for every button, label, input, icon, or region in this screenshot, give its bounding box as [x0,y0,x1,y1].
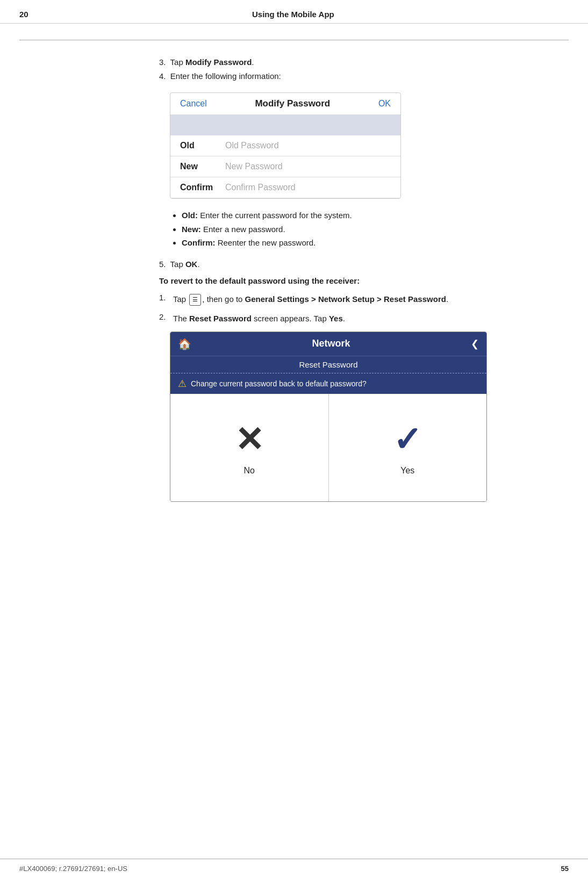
footer-page: 55 [561,865,569,873]
new-password-field[interactable]: New New Password [170,156,400,177]
old-password-field[interactable]: Old Old Password [170,135,400,156]
network-header: 🏠 Network ❮ [170,332,486,356]
dialog-banner [170,115,400,135]
dialog-title: Modify Password [255,98,330,109]
confirm-password-field[interactable]: Confirm Confirm Password [170,177,400,198]
bullet-old: Old: Enter the current password for the … [182,208,569,222]
step1-line: 1. Tap ☰, then go to General Settings > … [19,293,569,306]
step4-text: 4. Enter the following information: [159,69,569,83]
check-icon: ✓ [393,420,422,459]
top-rule [19,40,569,40]
reset-password-label: Reset Password [299,360,357,369]
bullet-confirm: Confirm: Reenter the new password. [182,236,569,250]
section-heading: To revert to the default password using … [19,276,569,285]
home-icon: 🏠 [178,337,191,350]
footer-ref: #LX400069; r.27691/27691; en-US [19,865,127,873]
new-placeholder: New Password [225,162,283,171]
page-number-left: 20 [19,10,28,19]
step1-num: 1. [159,293,170,302]
menu-icon: ☰ [189,294,201,306]
yes-section[interactable]: ✓ Yes [329,394,487,501]
main-content: 3. Tap Modify Password. 4. Enter the fol… [0,24,588,502]
page-header-title: Using the Mobile App [28,10,558,19]
reset-password-row: Reset Password [170,356,486,373]
instructions: 3. Tap Modify Password. 4. Enter the fol… [19,55,569,83]
new-label: New [180,162,223,171]
page-footer: #LX400069; r.27691/27691; en-US 55 [0,859,588,878]
network-title: Network [191,338,471,349]
no-section[interactable]: ✕ No [170,394,329,501]
old-label: Old [180,141,223,150]
confirm-placeholder: Confirm Password [225,183,296,192]
step1-text: Tap ☰, then go to General Settings > Net… [173,293,448,306]
step2-line: 2. The Reset Password screen appears. Ta… [19,312,569,325]
cancel-button[interactable]: Cancel [180,99,207,109]
step5-text: 5. Tap OK. [159,260,569,269]
yes-label: Yes [400,466,414,476]
confirm-label: Confirm [180,183,223,192]
x-icon: ✕ [235,420,264,459]
network-bottom: ✕ No ✓ Yes [170,394,486,501]
step2-text: The Reset Password screen appears. Tap Y… [173,312,345,325]
bullet-list: Old: Enter the current password for the … [19,208,569,250]
network-screen: 🏠 Network ❮ Reset Password ⚠ Change curr… [170,332,487,502]
warning-row: ⚠ Change current password back to defaul… [170,373,486,394]
warning-icon: ⚠ [178,378,187,390]
bullet-new: New: Enter a new password. [182,222,569,236]
page-header: 20 Using the Mobile App [0,0,588,24]
step5-line: 5. Tap OK. [19,260,569,269]
ok-button[interactable]: OK [378,99,391,109]
modify-password-dialog: Cancel Modify Password OK Old Old Passwo… [170,92,401,199]
no-label: No [244,466,255,476]
step3-text: 3. Tap Modify Password. [159,55,569,69]
back-arrow-icon[interactable]: ❮ [471,338,479,350]
old-placeholder: Old Password [225,141,279,150]
step2-num: 2. [159,312,170,321]
dialog-header: Cancel Modify Password OK [170,93,400,115]
warning-text: Change current password back to default … [191,379,367,388]
section-heading-text: To revert to the default password using … [159,276,569,285]
